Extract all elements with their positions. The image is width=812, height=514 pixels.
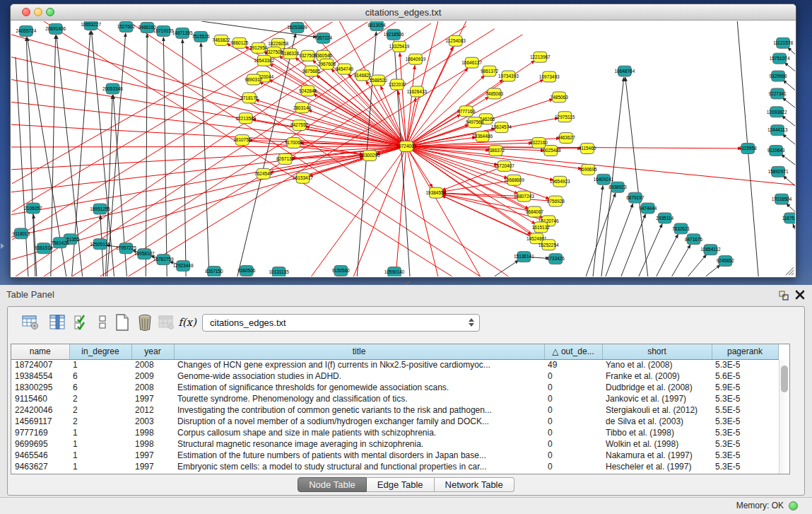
table-row[interactable]: 1830029562008Estimation of significance …: [11, 382, 778, 393]
table-cell[interactable]: 2: [69, 416, 131, 427]
column-chooser-icon[interactable]: [47, 313, 67, 332]
table-cell[interactable]: 2008: [131, 382, 174, 393]
table-cell[interactable]: 2012: [131, 404, 174, 416]
table-cell[interactable]: 5.3E-5: [712, 461, 778, 472]
table-cell[interactable]: 0: [544, 404, 602, 416]
table-row[interactable]: 977716911998Corpus callosum shape and si…: [11, 427, 778, 438]
table-cell[interactable]: 0: [544, 370, 602, 382]
table-cell[interactable]: Franke et al. (2009): [602, 370, 712, 382]
table-cell[interactable]: Estimation of the future numbers of pati…: [174, 450, 544, 461]
column-header-short[interactable]: short: [602, 344, 712, 359]
table-cell[interactable]: Structural magnetic resonance image aver…: [174, 438, 544, 450]
table-cell[interactable]: 1: [69, 438, 131, 450]
tab-edge-table[interactable]: Edge Table: [367, 477, 435, 492]
tab-node-table[interactable]: Node Table: [298, 477, 367, 492]
table-cell[interactable]: 0: [544, 427, 602, 438]
table-cell[interactable]: Wolkin et al. (1998): [602, 438, 712, 450]
table-cell[interactable]: 19384554: [11, 370, 69, 382]
table-options-icon[interactable]: [20, 313, 40, 332]
table-row[interactable]: 1872400712008Changes of HCN gene express…: [11, 359, 778, 370]
table-cell[interactable]: 2009: [131, 370, 174, 382]
table-cell[interactable]: 14569117: [11, 416, 69, 427]
table-cell[interactable]: 49: [544, 359, 602, 370]
table-cell[interactable]: Embryonic stem cells: a model to study s…: [174, 461, 544, 472]
table-cell[interactable]: 1997: [131, 461, 174, 472]
tab-network-table[interactable]: Network Table: [435, 477, 514, 492]
network-graph[interactable]: 2405572420691406106532271527602846616010…: [11, 21, 795, 276]
table-cell[interactable]: 2: [69, 404, 131, 416]
table-cell[interactable]: 5.3E-5: [712, 416, 778, 427]
table-cell[interactable]: 1997: [131, 393, 174, 404]
table-cell[interactable]: 1997: [131, 450, 174, 461]
table-cell[interactable]: Stergiakouli et al. (2012): [602, 404, 712, 416]
network-window-titlebar[interactable]: citations_edges.txt: [11, 4, 796, 21]
close-panel-icon[interactable]: [794, 289, 806, 300]
table-row[interactable]: 2242004622012Investigating the contribut…: [11, 404, 778, 416]
table-cell[interactable]: 5.5E-5: [712, 404, 778, 416]
panel-collapse-arrow-icon[interactable]: [1, 243, 4, 249]
delete-table-icon[interactable]: [135, 313, 155, 332]
table-cell[interactable]: 5.3E-5: [712, 427, 778, 438]
table-cell[interactable]: Tourette syndrome. Phenomenology and cla…: [174, 393, 544, 404]
table-cell[interactable]: 0: [544, 416, 602, 427]
table-cell[interactable]: Jankovic et al. (1997): [602, 393, 712, 404]
table-cell[interactable]: 0: [544, 393, 602, 404]
table-cell[interactable]: 18300295: [11, 382, 69, 393]
import-table-icon[interactable]: [156, 313, 176, 332]
table-cell[interactable]: 0: [544, 382, 602, 393]
table-cell[interactable]: de Silva et al. (2003): [602, 416, 712, 427]
table-cell[interactable]: Investigating the contribution of common…: [174, 404, 544, 416]
table-cell[interactable]: 0: [544, 450, 602, 461]
table-cell[interactable]: 2003: [131, 416, 174, 427]
table-cell[interactable]: 1998: [131, 427, 174, 438]
table-cell[interactable]: 9699695: [11, 438, 69, 450]
table-cell[interactable]: Disruption of a novel member of a sodium…: [174, 416, 544, 427]
table-cell[interactable]: 5.6E-5: [712, 370, 778, 382]
table-cell[interactable]: 5.3E-5: [712, 438, 778, 450]
table-row[interactable]: 911546021997Tourette syndrome. Phenomeno…: [11, 393, 778, 404]
table-selector-dropdown[interactable]: citations_edges.txt: [202, 314, 480, 332]
table-cell[interactable]: 0: [544, 461, 602, 472]
column-header-name[interactable]: name: [11, 344, 69, 359]
table-cell[interactable]: 6: [69, 370, 131, 382]
table-cell[interactable]: Genome-wide association studies in ADHD.: [174, 370, 544, 382]
table-row[interactable]: 946362711997Embryonic stem cells: a mode…: [11, 461, 778, 472]
scrollbar-thumb[interactable]: [781, 366, 788, 392]
table-row[interactable]: 1938455462009Genome-wide association stu…: [11, 370, 778, 382]
column-header-year[interactable]: year: [131, 344, 174, 359]
float-panel-icon[interactable]: [778, 290, 789, 301]
table-cell[interactable]: 6: [69, 382, 131, 393]
new-table-icon[interactable]: [112, 313, 132, 332]
function-builder-icon[interactable]: f(x): [177, 313, 197, 332]
table-cell[interactable]: Dudbridge et al. (2008): [602, 382, 712, 393]
column-header-title[interactable]: title: [174, 344, 544, 359]
table-cell[interactable]: 2008: [131, 359, 174, 370]
table-row[interactable]: 1456911722003Disruption of a novel membe…: [11, 416, 778, 427]
table-cell[interactable]: 18724007: [11, 359, 69, 370]
table-cell[interactable]: 5.3E-5: [712, 450, 778, 461]
table-cell[interactable]: 0: [544, 438, 602, 450]
network-canvas[interactable]: 2405572420691406106532271527602846616010…: [11, 21, 795, 276]
table-cell[interactable]: 9777169: [11, 427, 69, 438]
table-cell[interactable]: 9463627: [11, 461, 69, 472]
table-cell[interactable]: 1: [69, 427, 131, 438]
table-cell[interactable]: 22420046: [11, 404, 69, 416]
resize-grip-icon[interactable]: [786, 267, 794, 275]
column-header-pagerank[interactable]: pagerank: [712, 344, 778, 359]
select-rows-icon[interactable]: [71, 313, 91, 332]
table-cell[interactable]: Nakamura et al. (1997): [602, 450, 712, 461]
table-cell[interactable]: Corpus callosum shape and size in male p…: [174, 427, 544, 438]
table-cell[interactable]: Tibbo et al. (1998): [602, 427, 712, 438]
network-view-window[interactable]: citations_edges.txt 24055724206914061065…: [10, 4, 796, 278]
table-cell[interactable]: Changes of HCN gene expression and I(f) …: [174, 359, 544, 370]
table-cell[interactable]: 9115460: [11, 393, 69, 404]
table-cell[interactable]: 1998: [131, 438, 174, 450]
table-cell[interactable]: 1: [69, 461, 131, 472]
table-cell[interactable]: 2: [69, 393, 131, 404]
table-cell[interactable]: Estimation of significance thresholds fo…: [174, 382, 544, 393]
table-row[interactable]: 946554611997Estimation of the future num…: [11, 450, 778, 461]
table-cell[interactable]: 5.9E-5: [712, 382, 778, 393]
table-cell[interactable]: Yano et al. (2008): [602, 359, 712, 370]
table-cell[interactable]: 1: [69, 450, 131, 461]
table-cell[interactable]: 1: [69, 359, 131, 370]
